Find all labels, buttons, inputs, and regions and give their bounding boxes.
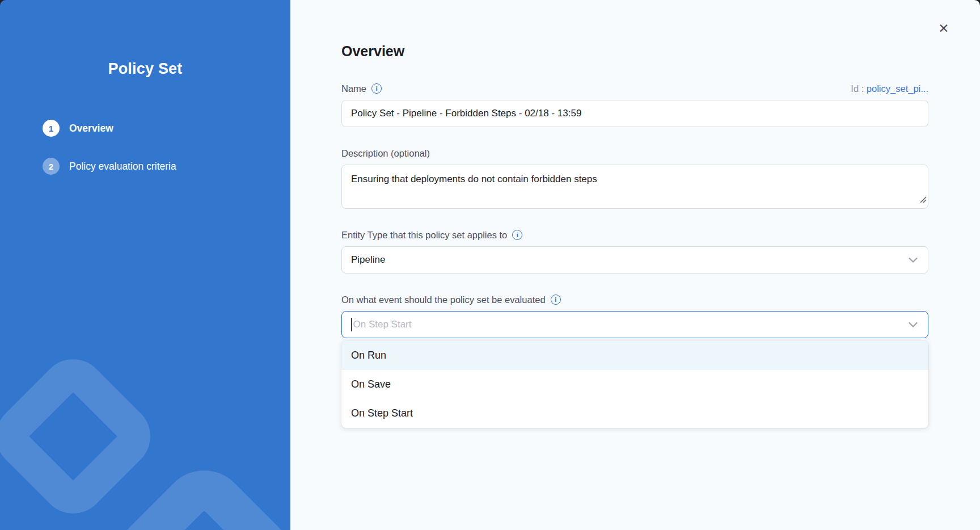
entity-type-value: Pipeline [351,254,386,266]
step-number-badge: 2 [43,158,60,175]
policy-set-id: Id : policy_set_pi... [851,83,928,94]
menu-item-on-step-start[interactable]: On Step Start [341,399,928,428]
menu-item-on-run[interactable]: On Run [341,341,928,370]
description-textarea[interactable]: Ensuring that deployments do not contain… [341,165,928,209]
page-title: Overview [341,0,928,60]
description-label: Description (optional) [341,148,928,159]
step-item-policy-evaluation-criteria[interactable]: 2 Policy evaluation criteria [43,158,290,175]
info-icon[interactable]: i [371,83,382,94]
close-button[interactable]: ✕ [936,20,952,36]
chevron-down-icon [909,319,918,330]
overview-panel: ✕ Overview Name i Id : policy_set_pi... … [290,0,980,530]
close-icon: ✕ [938,22,949,35]
step-item-overview[interactable]: 1 Overview [43,120,290,137]
event-select-input[interactable]: On Step Start [341,311,928,338]
resize-handle-icon[interactable] [919,194,927,207]
policy-set-modal: Policy Set 1 Overview 2 Policy evaluatio… [0,0,980,530]
step-label: Overview [69,123,113,134]
description-text: Ensuring that deployments do not contain… [351,174,597,184]
id-link[interactable]: policy_set_pi... [867,83,928,94]
wizard-sidebar: Policy Set 1 Overview 2 Policy evaluatio… [0,0,290,530]
event-options-menu: On Run On Save On Step Start [341,341,928,428]
chevron-down-icon [909,254,918,266]
info-icon[interactable]: i [512,230,522,240]
entity-type-label: Entity Type that this policy set applies… [341,229,928,241]
text-caret [351,318,352,331]
entity-type-select[interactable]: Pipeline [341,246,928,274]
name-label: Name i [341,83,382,94]
step-number-badge: 1 [43,120,60,137]
event-placeholder: On Step Start [353,319,909,330]
id-label: Id : [851,83,864,94]
event-label: On what event should the policy set be e… [341,294,928,305]
info-icon[interactable]: i [551,295,561,305]
name-label-row: Name i Id : policy_set_pi... [341,83,928,94]
sidebar-title: Policy Set [0,60,290,78]
brand-watermark-icon [0,346,164,527]
wizard-steps: 1 Overview 2 Policy evaluation criteria [0,120,290,175]
step-label: Policy evaluation criteria [69,161,176,173]
menu-item-on-save[interactable]: On Save [341,370,928,399]
name-input[interactable] [341,100,928,127]
